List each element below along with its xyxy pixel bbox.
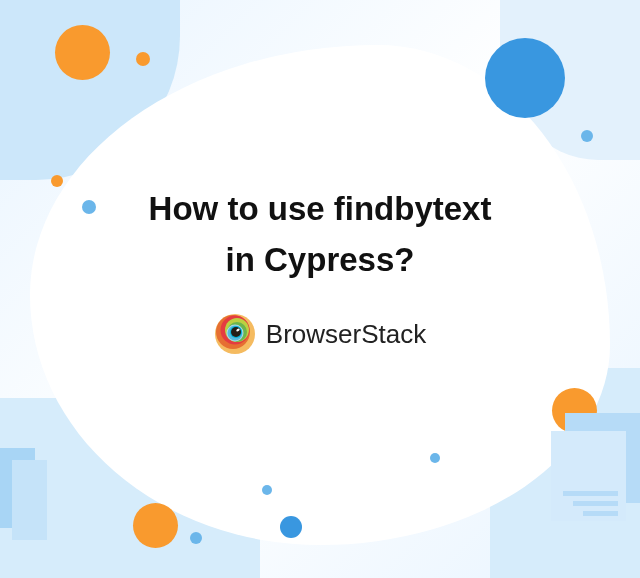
svg-point-8 [231,327,241,337]
browserstack-icon [214,313,256,355]
brand-name: BrowserStack [266,319,426,350]
brand-logo: BrowserStack [214,313,426,355]
headline-line-1: How to use findbytext [149,190,492,227]
headline-line-2: in Cypress? [226,241,415,278]
headline: How to use findbytext in Cypress? [149,183,492,285]
